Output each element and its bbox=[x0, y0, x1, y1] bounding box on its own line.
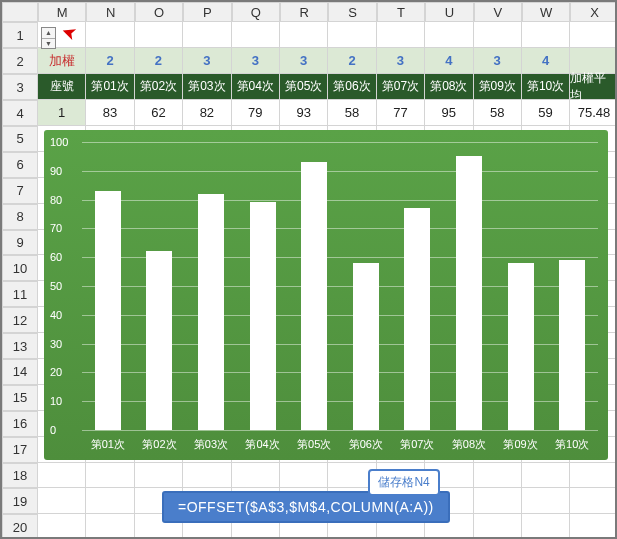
weight-cell[interactable]: 3 bbox=[377, 48, 425, 74]
col-header-X[interactable]: X bbox=[570, 2, 617, 22]
spinner-down[interactable]: ▼ bbox=[42, 39, 55, 49]
col-header-T[interactable]: T bbox=[377, 2, 425, 22]
row-header-15[interactable]: 15 bbox=[2, 385, 38, 411]
cell[interactable] bbox=[328, 22, 376, 48]
row-header-13[interactable]: 13 bbox=[2, 333, 38, 359]
bar-第01次[interactable] bbox=[95, 191, 121, 430]
cell[interactable] bbox=[183, 463, 231, 489]
row-header-18[interactable]: 18 bbox=[2, 463, 38, 489]
spinner-control[interactable]: ▲▼ bbox=[41, 27, 56, 49]
row-header-7[interactable]: 7 bbox=[2, 178, 38, 204]
bar-chart[interactable]: 第01次第02次第03次第04次第05次第06次第07次第08次第09次第10次… bbox=[44, 130, 608, 460]
row-header-9[interactable]: 9 bbox=[2, 230, 38, 256]
row-header-19[interactable]: 19 bbox=[2, 488, 38, 514]
bar-第09次[interactable] bbox=[508, 263, 534, 430]
cell[interactable] bbox=[86, 22, 134, 48]
row-header-4[interactable]: 4 bbox=[2, 100, 38, 126]
bar-第05次[interactable] bbox=[301, 162, 327, 430]
cell[interactable] bbox=[86, 463, 134, 489]
row-header-14[interactable]: 14 bbox=[2, 359, 38, 385]
cell[interactable] bbox=[232, 463, 280, 489]
seat-header[interactable]: 座號 bbox=[38, 74, 86, 100]
cell[interactable] bbox=[425, 22, 473, 48]
data-cell[interactable]: 62 bbox=[135, 100, 183, 126]
row-header-1[interactable]: 1 bbox=[2, 22, 38, 48]
bar-第10次[interactable] bbox=[559, 260, 585, 430]
bar-第04次[interactable] bbox=[250, 202, 276, 430]
col-header-W[interactable]: W bbox=[522, 2, 570, 22]
row-header-20[interactable]: 20 bbox=[2, 514, 38, 539]
col-header-R[interactable]: R bbox=[280, 2, 328, 22]
seat-value[interactable]: 1 bbox=[38, 100, 86, 126]
cell[interactable] bbox=[570, 514, 617, 539]
data-cell[interactable]: 77 bbox=[377, 100, 425, 126]
data-cell[interactable]: 58 bbox=[328, 100, 376, 126]
cell[interactable] bbox=[377, 22, 425, 48]
data-cell[interactable]: 75.48 bbox=[570, 100, 617, 126]
cell[interactable] bbox=[522, 514, 570, 539]
col-header-cell[interactable]: 第06次 bbox=[328, 74, 376, 100]
row-header-2[interactable]: 2 bbox=[2, 48, 38, 74]
cell[interactable] bbox=[570, 22, 617, 48]
cell[interactable] bbox=[280, 463, 328, 489]
col-header-cell[interactable]: 第09次 bbox=[474, 74, 522, 100]
col-header-Q[interactable]: Q bbox=[232, 2, 280, 22]
col-header-O[interactable]: O bbox=[135, 2, 183, 22]
bar-第07次[interactable] bbox=[404, 208, 430, 430]
col-header-cell[interactable]: 第07次 bbox=[377, 74, 425, 100]
col-header-cell[interactable]: 第08次 bbox=[425, 74, 473, 100]
col-header-cell[interactable]: 第04次 bbox=[232, 74, 280, 100]
weight-cell[interactable]: 4 bbox=[425, 48, 473, 74]
data-cell[interactable]: 59 bbox=[522, 100, 570, 126]
row-header-5[interactable]: 5 bbox=[2, 126, 38, 152]
cell[interactable] bbox=[474, 488, 522, 514]
cell[interactable] bbox=[474, 22, 522, 48]
data-cell[interactable]: 82 bbox=[183, 100, 231, 126]
col-header-N[interactable]: N bbox=[86, 2, 134, 22]
col-header-U[interactable]: U bbox=[425, 2, 473, 22]
data-cell[interactable]: 58 bbox=[474, 100, 522, 126]
row-header-16[interactable]: 16 bbox=[2, 411, 38, 437]
cell[interactable] bbox=[522, 488, 570, 514]
cell[interactable] bbox=[86, 514, 134, 539]
cell[interactable] bbox=[183, 22, 231, 48]
weight-cell[interactable]: 4 bbox=[522, 48, 570, 74]
bar-第08次[interactable] bbox=[456, 156, 482, 430]
cell[interactable] bbox=[86, 488, 134, 514]
weight-cell[interactable]: 2 bbox=[86, 48, 134, 74]
cell[interactable] bbox=[38, 488, 86, 514]
col-header-S[interactable]: S bbox=[328, 2, 376, 22]
weight-cell[interactable]: 3 bbox=[183, 48, 231, 74]
col-header-cell[interactable]: 第05次 bbox=[280, 74, 328, 100]
col-header-M[interactable]: M bbox=[38, 2, 86, 22]
row-header-6[interactable]: 6 bbox=[2, 152, 38, 178]
weight-cell[interactable]: 2 bbox=[135, 48, 183, 74]
cell[interactable] bbox=[570, 463, 617, 489]
data-cell[interactable]: 93 bbox=[280, 100, 328, 126]
cell[interactable] bbox=[570, 488, 617, 514]
cell[interactable] bbox=[280, 22, 328, 48]
data-cell[interactable]: 83 bbox=[86, 100, 134, 126]
col-header-cell[interactable]: 第01次 bbox=[86, 74, 134, 100]
bar-第03次[interactable] bbox=[198, 194, 224, 430]
bar-第02次[interactable] bbox=[146, 251, 172, 430]
col-header-cell[interactable]: 第03次 bbox=[183, 74, 231, 100]
data-cell[interactable]: 79 bbox=[232, 100, 280, 126]
row-header-11[interactable]: 11 bbox=[2, 281, 38, 307]
col-header-cell[interactable]: 第10次 bbox=[522, 74, 570, 100]
weight-label[interactable]: 加權 bbox=[38, 48, 86, 74]
bar-第06次[interactable] bbox=[353, 263, 379, 430]
col-header-P[interactable]: P bbox=[183, 2, 231, 22]
col-header-cell[interactable]: 第02次 bbox=[135, 74, 183, 100]
cell[interactable] bbox=[38, 514, 86, 539]
col-header-cell[interactable]: 加權平均 bbox=[570, 74, 617, 100]
cell[interactable] bbox=[474, 463, 522, 489]
cell[interactable] bbox=[38, 463, 86, 489]
row-header-3[interactable]: 3 bbox=[2, 74, 38, 100]
cell[interactable] bbox=[474, 514, 522, 539]
row-header-17[interactable]: 17 bbox=[2, 437, 38, 463]
cell[interactable] bbox=[522, 22, 570, 48]
cell[interactable] bbox=[135, 22, 183, 48]
col-header-V[interactable]: V bbox=[474, 2, 522, 22]
data-cell[interactable]: 95 bbox=[425, 100, 473, 126]
